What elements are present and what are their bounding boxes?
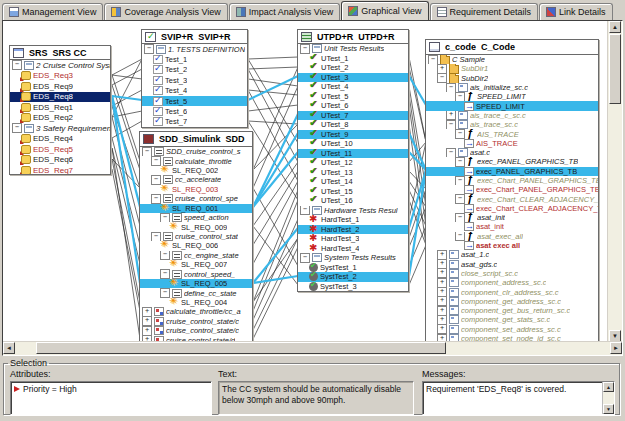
tree-row[interactable]: −speed_action xyxy=(140,213,252,222)
tree-row[interactable]: UTest_5 xyxy=(298,92,408,102)
tree-row[interactable]: −control_speed_ xyxy=(140,269,252,278)
tree-row[interactable]: +asat_1.c xyxy=(426,250,598,259)
tree-row[interactable]: −Unit Tests Results xyxy=(298,44,408,54)
tree-row[interactable]: EDS_Req7 xyxy=(10,165,110,175)
tree-row[interactable]: Test_5 xyxy=(142,96,247,106)
expand-toggle[interactable]: − xyxy=(160,213,170,222)
tree-row[interactable]: UTest_1 xyxy=(298,54,408,64)
tree-row[interactable]: −SPEED_LIMIT xyxy=(426,92,598,101)
tab-management-view[interactable]: Management View xyxy=(2,3,103,20)
tree-row[interactable]: +component_get_stats_sc.c xyxy=(426,315,598,324)
expand-toggle[interactable]: + xyxy=(437,278,447,287)
expand-toggle[interactable]: − xyxy=(446,148,456,157)
tree-row[interactable]: Test_2 xyxy=(142,65,247,75)
expand-toggle[interactable]: − xyxy=(300,44,310,54)
tree-row[interactable]: SL_REQ_009 xyxy=(140,222,252,231)
tree-row[interactable]: EDS_Req6 xyxy=(10,155,110,166)
tree-row[interactable]: −asat_init xyxy=(426,213,598,222)
tree-row[interactable]: −asat_exec_all xyxy=(426,232,598,241)
panel-header-utpd[interactable]: UTPD+RUTPD+R xyxy=(298,30,408,44)
tree-row[interactable]: UTest_7 xyxy=(298,111,408,121)
expand-toggle[interactable]: − xyxy=(455,232,465,241)
expand-toggle[interactable]: − xyxy=(151,194,161,203)
tree-row[interactable]: −SDD_cruise_control_s xyxy=(140,147,252,156)
expand-toggle[interactable]: − xyxy=(437,74,447,83)
tree-row[interactable]: HardTest_4 xyxy=(298,244,408,254)
expand-toggle[interactable]: + xyxy=(437,287,447,296)
tree-row[interactable]: SL_REQ_006 xyxy=(140,241,252,250)
tree-row[interactable]: SL_REQ_007 xyxy=(140,260,252,269)
link-line[interactable] xyxy=(248,69,298,162)
expand-toggle[interactable]: − xyxy=(446,83,456,92)
panel-header-ccode[interactable]: c_codeC_Code xyxy=(426,40,598,55)
tree-row[interactable]: exec_Chart_PANEL_GRAPHICS_TB xyxy=(426,185,598,194)
tree-row[interactable]: Test_1 xyxy=(142,54,247,64)
expand-toggle[interactable]: + xyxy=(437,297,447,306)
panel-header-srs[interactable]: SRSSRS CC xyxy=(10,46,110,60)
tree-row[interactable]: exec_PANEL_GRAPHICS_TB xyxy=(426,167,598,176)
tree-row[interactable]: UTest_2 xyxy=(298,63,408,73)
scroll-up-button[interactable]: ▲ xyxy=(609,21,621,33)
tree-row[interactable]: UTest_3 xyxy=(298,73,408,83)
tree-row[interactable]: +component_get_bus_return_sc.c xyxy=(426,306,598,315)
link-line[interactable] xyxy=(248,105,298,111)
expand-toggle[interactable]: − xyxy=(151,156,161,165)
tree-row[interactable]: asat_init xyxy=(426,222,598,231)
vertical-scroll-thumb[interactable] xyxy=(609,34,621,104)
messages-scrollbar[interactable]: ▲ ▼ xyxy=(602,382,614,414)
tree-row[interactable]: +SubDir1 xyxy=(426,64,598,73)
link-line[interactable] xyxy=(253,124,298,170)
graph-canvas[interactable]: ▲ ▼ ◄ ► SRSSRS CC−2 Cruise Control Syste… xyxy=(2,20,623,356)
tree-row[interactable]: EDS_Req2 xyxy=(10,113,110,124)
expand-toggle[interactable]: − xyxy=(12,123,22,133)
expand-toggle[interactable]: + xyxy=(446,111,456,120)
tree-row[interactable]: HardTest_3 xyxy=(298,234,408,244)
expand-toggle[interactable]: − xyxy=(455,213,465,222)
tree-row[interactable]: EDS_Req8 xyxy=(10,92,110,103)
panel-header-sdd[interactable]: SDD_SimulinkSDD xyxy=(140,132,252,147)
tree-row[interactable]: SystTest_1 xyxy=(298,263,408,273)
expand-toggle[interactable]: + xyxy=(437,260,447,269)
tree-row[interactable]: −1. TESTS DEFINITION xyxy=(142,44,247,54)
messages-box[interactable]: Requirement 'EDS_Req8' is covered. ▲ ▼ xyxy=(422,381,615,415)
expand-toggle[interactable]: + xyxy=(142,317,152,326)
tree-row[interactable]: −asat.c xyxy=(426,148,598,157)
tree-row[interactable]: UTest_13 xyxy=(298,168,408,178)
tab-link-details[interactable]: Link Details xyxy=(539,3,613,20)
tree-row[interactable]: SystTest_3 xyxy=(298,282,408,292)
link-line-highlight[interactable] xyxy=(248,76,298,100)
tree-row[interactable]: SystTest_2 xyxy=(298,272,408,282)
tree-row[interactable]: Test_3 xyxy=(142,75,247,85)
expand-toggle[interactable]: + xyxy=(437,306,447,315)
expand-toggle[interactable]: + xyxy=(437,269,447,278)
tree-row[interactable]: exec_Chart_CLEAR_ADJACENCY_TB xyxy=(426,204,598,213)
tree-row[interactable]: UTest_11 xyxy=(298,149,408,159)
tree-row[interactable]: −ais_initialize_sc.c xyxy=(426,83,598,92)
tree-row[interactable]: −Hardware Tests Resul xyxy=(298,206,408,216)
tree-row[interactable]: −cc_engine_state xyxy=(140,251,252,260)
expand-toggle[interactable]: + xyxy=(437,64,447,73)
tree-row[interactable]: Test_7 xyxy=(142,117,247,127)
tree-row[interactable]: −SubDir2 xyxy=(426,74,598,83)
link-line-highlight[interactable] xyxy=(253,228,298,283)
expand-toggle[interactable]: − xyxy=(151,175,161,184)
tree-row[interactable]: SPEED_LIMIT xyxy=(426,101,598,110)
expand-toggle[interactable]: − xyxy=(455,92,465,101)
tree-row[interactable]: UTest_15 xyxy=(298,187,408,197)
tree-row[interactable]: asat exec all xyxy=(426,241,598,250)
tree-row[interactable]: −exec_Chart_CLEAR_ADJACENCY_TB xyxy=(426,194,598,203)
expand-toggle[interactable]: − xyxy=(142,147,152,156)
link-line[interactable] xyxy=(248,67,298,69)
horizontal-scroll-thumb[interactable] xyxy=(36,342,446,354)
tree-row[interactable]: +asat_gds.c xyxy=(426,260,598,269)
tab-impact-analysis-view[interactable]: Impact Analysis View xyxy=(229,3,340,20)
tree-row[interactable]: SL_REQ_003 xyxy=(140,185,252,194)
tree-row[interactable]: UTest_8 xyxy=(298,120,408,130)
link-line[interactable] xyxy=(112,148,140,264)
expand-toggle[interactable]: − xyxy=(446,120,456,129)
tree-row[interactable]: +component_address_sc.c xyxy=(426,278,598,287)
tree-row[interactable]: −System Tests Results xyxy=(298,253,408,263)
messages-scroll-down-button[interactable]: ▼ xyxy=(603,404,614,414)
tree-row[interactable]: −cc_accelerate xyxy=(140,175,252,184)
tree-row[interactable]: −exec_Chart_PANEL_GRAPHICS_TB xyxy=(426,176,598,185)
